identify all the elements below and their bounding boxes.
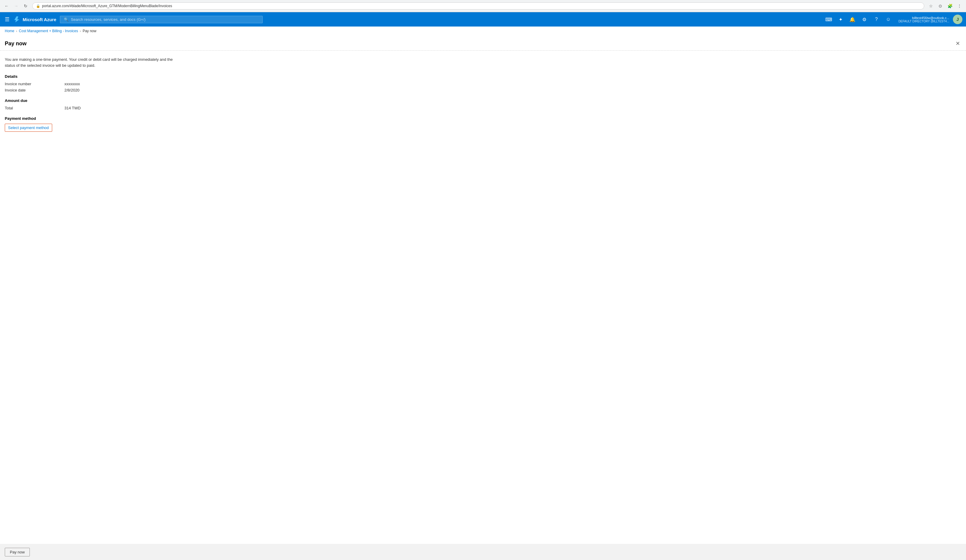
panel-body: You are making a one-time payment. Your … [0,51,966,544]
settings-button[interactable]: ⚙ [859,14,870,25]
refresh-button[interactable]: ↻ [21,2,30,10]
select-payment-button[interactable]: Select payment method [5,124,52,132]
amount-due-section: Amount due Total 314 TWD [5,99,961,110]
details-section: Details Invoice number xxxxxxxx Invoice … [5,74,961,92]
panel-header: Pay now ✕ [0,36,966,51]
info-text: You are making a one-time payment. Your … [5,57,184,68]
breadcrumb-home[interactable]: Home [5,29,14,33]
pay-now-button[interactable]: Pay now [5,548,30,557]
browser-actions: ☆ ⊙ 🧩 ⋮ [927,2,964,10]
extension-button[interactable]: 🧩 [946,2,954,10]
total-row: Total 314 TWD [5,106,961,110]
breadcrumb-sep-2: › [80,30,81,33]
search-input[interactable] [71,17,259,22]
details-title: Details [5,74,961,79]
panel-title: Pay now [5,41,26,47]
total-value: 314 TWD [64,106,81,110]
user-directory: DEFAULT DIRECTORY (BILLTEST4... [898,20,949,23]
invoice-date-label: Invoice date [5,88,64,92]
hamburger-button[interactable]: ☰ [3,15,11,24]
cloud-shell-button[interactable]: ⌨ [823,14,834,25]
address-bar[interactable]: 🔒 portal.azure.com/#blade/Microsoft_Azur… [32,2,924,10]
nav-buttons: ← → ↻ [2,2,30,10]
bookmark-button[interactable]: ☆ [927,2,935,10]
lock-icon: 🔒 [36,4,40,8]
breadcrumb-current: Pay now [82,29,96,33]
more-button[interactable]: ⋮ [955,2,964,10]
main-content: Home › Cost Management + Billing - Invoi… [0,26,966,560]
invoice-number-label: Invoice number [5,82,64,86]
invoice-date-value: 2/8/2020 [64,88,80,92]
feedback-button[interactable]: ☺ [883,14,894,25]
back-button[interactable]: ← [2,2,11,10]
user-info: billtest456tw@outlook.c... DEFAULT DIREC… [898,16,949,23]
browser-toolbar: ← → ↻ 🔒 portal.azure.com/#blade/Microsof… [0,0,966,12]
notifications-button[interactable]: 🔔 [847,14,858,25]
azure-top-nav: ☰ Microsoft Azure 🔍 ⌨ ✦ 🔔 ⚙ ? ☺ billtest… [0,12,966,26]
breadcrumb-section[interactable]: Cost Management + Billing - Invoices [19,29,78,33]
close-button[interactable]: ✕ [955,39,961,48]
total-label: Total [5,106,64,110]
help-button[interactable]: ? [871,14,882,25]
nav-icons: ⌨ ✦ 🔔 ⚙ ? ☺ [823,14,894,25]
azure-logo-icon [14,16,20,22]
browser-chrome: ← → ↻ 🔒 portal.azure.com/#blade/Microsof… [0,0,966,12]
search-bar[interactable]: 🔍 [60,16,263,23]
copilot-button[interactable]: ✦ [835,14,846,25]
payment-method-section: Payment method Select payment method [5,116,961,132]
user-avatar[interactable]: J [953,15,963,24]
profile-button[interactable]: ⊙ [936,2,945,10]
breadcrumb: Home › Cost Management + Billing - Invoi… [0,26,966,36]
payment-method-title: Payment method [5,116,961,121]
invoice-date-row: Invoice date 2/8/2020 [5,88,961,92]
address-text: portal.azure.com/#blade/Microsoft_Azure_… [42,4,920,8]
forward-button[interactable]: → [12,2,20,10]
user-email: billtest456tw@outlook.c... [912,16,949,20]
pay-now-panel: Pay now ✕ You are making a one-time paym… [0,36,966,560]
azure-logo: Microsoft Azure [14,16,56,22]
breadcrumb-sep-1: › [16,30,17,33]
invoice-number-value: xxxxxxxx [64,82,80,86]
invoice-number-row: Invoice number xxxxxxxx [5,82,961,86]
search-icon: 🔍 [64,17,69,22]
amount-due-title: Amount due [5,99,961,103]
panel-footer: Pay now [0,544,966,560]
